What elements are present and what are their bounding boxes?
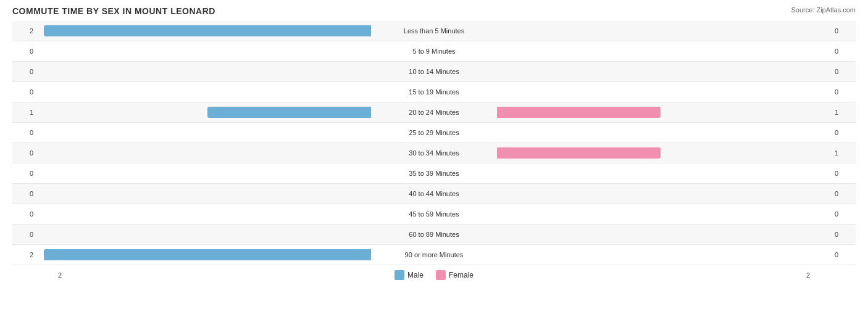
male-bar-container xyxy=(37,66,372,77)
female-value: 1 xyxy=(831,109,856,116)
female-value: 0 xyxy=(831,210,856,218)
male-bar xyxy=(44,249,371,260)
male-bar-container xyxy=(37,86,372,97)
male-bar-container xyxy=(37,168,372,179)
female-bar-container xyxy=(496,229,831,240)
male-value: 0 xyxy=(12,170,37,177)
row-label: 40 to 44 Minutes xyxy=(372,190,496,197)
chart-title: COMMUTE TIME BY SEX IN MOUNT LEONARD xyxy=(12,6,215,16)
male-bar xyxy=(207,107,371,118)
male-value: 0 xyxy=(12,231,37,238)
chart-legend: Male Female xyxy=(394,270,474,280)
row-label: 5 to 9 Minutes xyxy=(372,47,496,55)
male-bar-container xyxy=(37,249,372,260)
male-bar-container xyxy=(37,147,372,159)
chart-row: 0 25 to 29 Minutes 0 xyxy=(12,123,856,143)
male-value: 0 xyxy=(12,190,37,197)
female-value: 0 xyxy=(831,68,856,75)
chart-row: 0 40 to 44 Minutes 0 xyxy=(12,184,856,204)
female-bar-container xyxy=(496,188,831,199)
chart-row: 0 35 to 39 Minutes 0 xyxy=(12,163,856,184)
male-value: 0 xyxy=(12,68,37,75)
row-label: 30 to 34 Minutes xyxy=(372,149,496,157)
female-bar-container xyxy=(496,46,831,57)
female-bar-container xyxy=(496,147,831,159)
male-value: 2 xyxy=(12,27,37,35)
row-label: 45 to 59 Minutes xyxy=(372,210,496,218)
female-value: 0 xyxy=(831,129,856,136)
row-label: 25 to 29 Minutes xyxy=(372,129,496,136)
female-value: 0 xyxy=(831,231,856,238)
male-bar-container xyxy=(37,46,372,57)
female-bar-container xyxy=(496,127,831,138)
chart-row: 0 30 to 34 Minutes 1 xyxy=(12,143,856,163)
male-value: 0 xyxy=(12,149,37,157)
row-label: 20 to 24 Minutes xyxy=(372,109,496,116)
chart-row: 2 90 or more Minutes 0 xyxy=(12,245,856,265)
female-value: 1 xyxy=(831,149,856,157)
legend-male: Male xyxy=(394,270,424,280)
male-bar xyxy=(44,25,371,36)
axis-left-label: 2 xyxy=(37,271,62,279)
male-bar-container xyxy=(37,229,372,240)
chart-row: 0 10 to 14 Minutes 0 xyxy=(12,62,856,82)
chart-source: Source: ZipAtlas.com xyxy=(791,6,856,14)
chart-row: 0 60 to 89 Minutes 0 xyxy=(12,225,856,245)
female-bar-container xyxy=(496,249,831,260)
female-bar-container xyxy=(496,208,831,220)
chart-footer: 2 Male Female 2 xyxy=(12,270,856,280)
female-bar-container xyxy=(496,168,831,179)
female-value: 0 xyxy=(831,88,856,96)
male-bar-container xyxy=(37,25,372,36)
row-label: 90 or more Minutes xyxy=(372,251,496,258)
female-value: 0 xyxy=(831,47,856,55)
female-bar xyxy=(497,147,661,159)
male-bar-container xyxy=(37,127,372,138)
female-value: 0 xyxy=(831,27,856,35)
female-value: 0 xyxy=(831,251,856,258)
male-value: 0 xyxy=(12,88,37,96)
male-value: 2 xyxy=(12,251,37,258)
chart-row: 0 45 to 59 Minutes 0 xyxy=(12,204,856,225)
chart-row: 2 Less than 5 Minutes 0 xyxy=(12,21,856,41)
row-label: 10 to 14 Minutes xyxy=(372,68,496,75)
female-bar-container xyxy=(496,25,831,36)
legend-male-box xyxy=(394,270,404,280)
row-label: Less than 5 Minutes xyxy=(372,27,496,35)
chart-row: 0 15 to 19 Minutes 0 xyxy=(12,82,856,102)
male-value: 0 xyxy=(12,47,37,55)
legend-female-box xyxy=(436,270,446,280)
chart-row: 1 20 to 24 Minutes 1 xyxy=(12,102,856,123)
female-bar-container xyxy=(496,107,831,118)
female-value: 0 xyxy=(831,170,856,177)
female-bar-container xyxy=(496,86,831,97)
row-label: 15 to 19 Minutes xyxy=(372,88,496,96)
legend-male-label: Male xyxy=(407,271,424,279)
female-value: 0 xyxy=(831,190,856,197)
row-label: 60 to 89 Minutes xyxy=(372,231,496,238)
legend-female: Female xyxy=(436,270,474,280)
female-bar xyxy=(497,107,661,118)
chart-header: COMMUTE TIME BY SEX IN MOUNT LEONARD Sou… xyxy=(12,6,856,16)
chart-row: 0 5 to 9 Minutes 0 xyxy=(12,41,856,62)
male-value: 1 xyxy=(12,109,37,116)
male-bar-container xyxy=(37,107,372,118)
legend-female-label: Female xyxy=(449,271,474,279)
row-label: 35 to 39 Minutes xyxy=(372,170,496,177)
chart-area: 2 Less than 5 Minutes 0 0 5 to 9 Minutes… xyxy=(12,21,856,265)
axis-right-label: 2 xyxy=(806,271,831,279)
female-bar-container xyxy=(496,66,831,77)
chart-container: COMMUTE TIME BY SEX IN MOUNT LEONARD Sou… xyxy=(12,6,856,280)
male-value: 0 xyxy=(12,129,37,136)
male-value: 0 xyxy=(12,210,37,218)
male-bar-container xyxy=(37,188,372,199)
male-bar-container xyxy=(37,208,372,220)
